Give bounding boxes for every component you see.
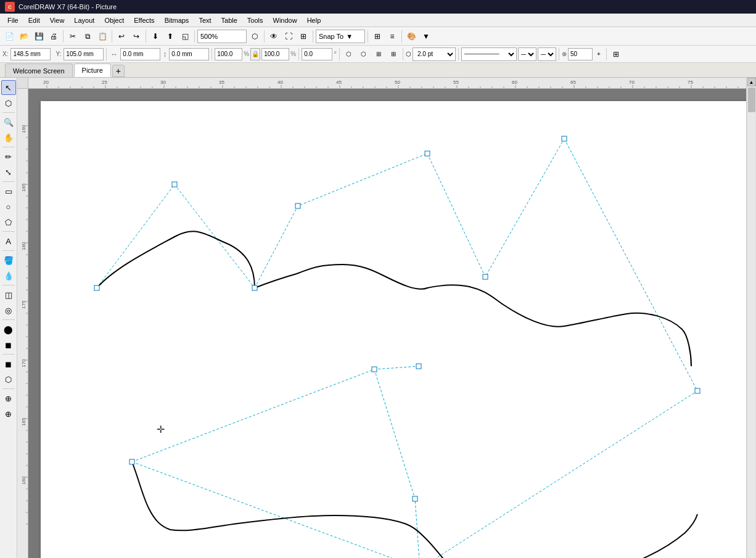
width-input[interactable]	[120, 48, 160, 60]
node-8[interactable]	[129, 459, 134, 464]
guide-upper-right	[427, 139, 564, 277]
align-button[interactable]: ≡	[385, 30, 399, 43]
select-tool-button[interactable]: ↖	[1, 80, 16, 95]
connector-tool-button[interactable]: ⊕	[1, 391, 16, 406]
menu-help[interactable]: Help	[302, 14, 326, 27]
dimension-tool-button[interactable]: ⊕	[1, 406, 16, 421]
polygon-tool-button[interactable]: ⬠	[1, 215, 16, 229]
menu-file[interactable]: File	[2, 14, 23, 27]
guide-upper-center	[255, 154, 427, 288]
size-button[interactable]: ⊞	[387, 47, 400, 61]
menu-effects[interactable]: Effects	[129, 14, 159, 27]
menu-bitmaps[interactable]: Bitmaps	[160, 14, 194, 27]
envelope-tool-button[interactable]: ⬡	[1, 372, 16, 387]
y-input[interactable]	[64, 48, 104, 60]
contour-tool-button[interactable]: ◼	[1, 337, 16, 352]
shadow-tool-button[interactable]: ◼	[1, 356, 16, 371]
position-button[interactable]: ⊞	[372, 47, 385, 61]
pan-tool-button[interactable]: ✋	[1, 130, 16, 145]
menu-object[interactable]: Object	[99, 14, 129, 27]
flip-v-button[interactable]: ⬡	[357, 47, 371, 61]
menu-table[interactable]: Table	[216, 14, 242, 27]
node-tool-button[interactable]: ⬡	[1, 96, 16, 110]
fill-tool-button[interactable]: 🪣	[1, 253, 16, 268]
export-button[interactable]: ⬆	[163, 30, 177, 43]
save-button[interactable]: 💾	[32, 30, 46, 43]
line-style-select[interactable]: ────────	[461, 47, 517, 61]
node-6[interactable]	[483, 274, 488, 279]
publish-button[interactable]: ◱	[178, 30, 192, 43]
snap-dropdown[interactable]: Snap To ▼	[316, 30, 365, 43]
redo-button[interactable]: ↪	[129, 30, 143, 43]
paste-button[interactable]: 📋	[96, 30, 109, 43]
lock-button[interactable]: 🔒	[250, 48, 260, 60]
prop-sep4	[339, 48, 340, 60]
node-2[interactable]	[172, 182, 177, 187]
view-mode-button[interactable]: ⊞	[297, 30, 310, 43]
node-7[interactable]	[562, 136, 567, 141]
scroll-thumb-v[interactable]	[748, 88, 755, 112]
num-input[interactable]	[568, 48, 593, 60]
menu-layout[interactable]: Layout	[69, 14, 99, 27]
start-end-select[interactable]: —	[518, 47, 536, 61]
tab-add-button[interactable]: +	[112, 65, 125, 77]
num-up-button[interactable]: +	[594, 47, 604, 61]
tab-welcome-screen[interactable]: Welcome Screen	[5, 64, 73, 77]
smart-draw-tool-button[interactable]: ⤡	[1, 165, 16, 179]
outline-width-select[interactable]: 2.0 pt	[413, 47, 456, 61]
right-scrollbar[interactable]: ▲ ▼	[746, 78, 756, 558]
full-screen-button[interactable]: ⛶	[282, 30, 295, 43]
percent-w-icon: %	[244, 51, 249, 57]
zoom-input[interactable]: 500%	[197, 30, 247, 43]
menu-view[interactable]: View	[45, 14, 70, 27]
new-button[interactable]: 📄	[2, 30, 16, 43]
print-button[interactable]: 🖨	[47, 30, 60, 43]
scroll-up-button[interactable]: ▲	[747, 78, 756, 86]
snap-toggle-button[interactable]: ⊞	[371, 30, 384, 43]
wireframe-button[interactable]: 👁	[267, 30, 281, 43]
undo-button[interactable]: ↩	[115, 30, 128, 43]
cut-button[interactable]: ✂	[66, 30, 80, 43]
height-input[interactable]	[169, 48, 209, 60]
ellipse-tool-button[interactable]: ○	[1, 199, 16, 214]
node-10[interactable]	[416, 364, 421, 369]
canvas-area[interactable]: ✛	[17, 78, 746, 558]
color-arrow-button[interactable]: ▼	[419, 30, 433, 43]
x-input[interactable]	[10, 48, 51, 60]
scale-h-input[interactable]	[261, 48, 289, 60]
node-1[interactable]	[94, 285, 99, 290]
interactive-fill-button[interactable]: ◫	[1, 287, 16, 302]
zoom-options-button[interactable]: ⬡	[248, 30, 261, 43]
scroll-track-v[interactable]	[748, 86, 755, 558]
rectangle-tool-button[interactable]: ▭	[1, 184, 16, 199]
node-properties-button[interactable]: ⊞	[609, 47, 623, 61]
menu-tools[interactable]: Tools	[242, 14, 268, 27]
open-button[interactable]: 📂	[17, 30, 31, 43]
node-3[interactable]	[252, 285, 257, 290]
node-4[interactable]	[295, 203, 300, 208]
menu-text[interactable]: Text	[194, 14, 216, 27]
node-13[interactable]	[695, 388, 700, 393]
import-button[interactable]: ⬇	[149, 30, 162, 43]
scale-w-input[interactable]	[215, 48, 242, 60]
menu-window[interactable]: Window	[268, 14, 302, 27]
menu-edit[interactable]: Edit	[23, 14, 45, 27]
text-tool-button[interactable]: A	[1, 234, 16, 248]
color-mode-button[interactable]: 🎨	[405, 30, 418, 43]
node-11[interactable]	[413, 496, 417, 501]
transparency-tool-button[interactable]: ◎	[1, 303, 16, 318]
blend-tool-button[interactable]: ⬤	[1, 322, 16, 337]
copy-button[interactable]: ⧉	[81, 30, 94, 43]
flip-h-button[interactable]: ⬡	[342, 47, 356, 61]
tab-picture[interactable]: Picture	[74, 64, 111, 77]
angle-input[interactable]	[302, 48, 332, 60]
ruler-vertical	[17, 89, 28, 558]
eyedropper-tool-button[interactable]: 💧	[1, 268, 16, 283]
end-end-select[interactable]: —	[538, 47, 556, 61]
node-5[interactable]	[425, 151, 430, 156]
freehand-tool-button[interactable]: ✏	[1, 149, 16, 164]
guide-lower-left	[132, 366, 419, 462]
node-9[interactable]	[372, 367, 377, 372]
canvas-content[interactable]: ✛	[28, 89, 746, 558]
zoom-tool-button[interactable]: 🔍	[1, 115, 16, 129]
